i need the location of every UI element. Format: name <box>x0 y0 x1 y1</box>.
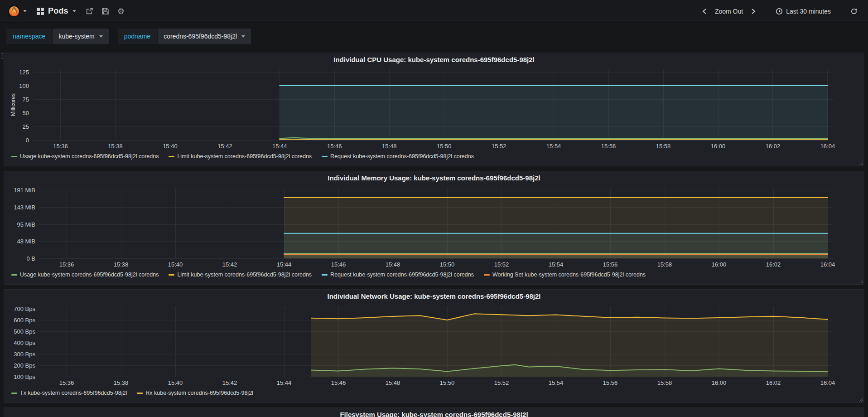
dashboard-body: Individual CPU Usage: kube-system coredn… <box>0 50 868 417</box>
legend-series-icon <box>11 156 17 157</box>
x-tick-label: 15:42 <box>222 379 237 386</box>
x-tick-label: 15:58 <box>657 261 672 268</box>
variable-namespace-label: namespace <box>6 29 52 44</box>
chevron-left-icon <box>702 8 707 15</box>
x-tick-label: 15:56 <box>603 379 618 386</box>
x-tick-label: 15:44 <box>277 261 292 268</box>
x-tick-label: 15:36 <box>59 379 74 386</box>
time-range-label: Last 30 minutes <box>786 8 831 15</box>
legend-item[interactable]: Limit kube-system coredns-695f96dcd5-98j… <box>169 153 312 160</box>
x-tick-label: 15:50 <box>440 261 455 268</box>
x-tick-label: 15:56 <box>603 261 618 268</box>
share-icon <box>86 7 93 15</box>
grafana-logo[interactable] <box>6 3 31 20</box>
legend-item[interactable]: Limit kube-system coredns-695f96dcd5-98j… <box>169 272 312 278</box>
refresh-icon <box>850 8 858 15</box>
x-tick-label: 15:44 <box>277 379 292 386</box>
legend-item[interactable]: Usage kube-system coredns-695f96dcd5-98j… <box>11 272 159 278</box>
settings-button[interactable]: ⚙ <box>113 5 129 18</box>
x-tick-label: 15:48 <box>382 143 397 150</box>
panel-title-memory[interactable]: Individual Memory Usage: kube-system cor… <box>8 172 860 184</box>
legend-item[interactable]: Request kube-system coredns-695f96dcd5-9… <box>322 153 474 160</box>
y-tick-label: 125 <box>19 69 29 76</box>
variable-namespace-value-dropdown[interactable]: kube-system <box>53 29 108 44</box>
legend-series-label: Tx kube-system coredns-695f96dcd5-98j2l <box>20 390 127 396</box>
gear-icon: ⚙ <box>117 8 125 15</box>
chevron-right-icon <box>751 8 756 15</box>
network-usage-chart[interactable]: 100 Bps200 Bps300 Bps400 Bps500 Bps600 B… <box>8 302 860 388</box>
refresh-button[interactable] <box>846 5 862 18</box>
legend-series-icon <box>322 274 328 276</box>
panel-memory-usage: Individual Memory Usage: kube-system cor… <box>4 171 864 285</box>
panel-title-filesystem[interactable]: Filesystem Usage: kube-system coredns-69… <box>8 409 860 417</box>
navbar: Pods ⚙ Zoom Out Last 3 <box>0 0 868 23</box>
save-button[interactable] <box>97 5 113 18</box>
legend-series-label: Working Set kube-system coredns-695f96dc… <box>492 272 646 278</box>
save-icon <box>101 7 109 15</box>
dashboard-title: Pods <box>48 6 68 16</box>
panel-title-cpu[interactable]: Individual CPU Usage: kube-system coredn… <box>8 54 860 66</box>
cpu-usage-chart[interactable]: 025507510012515:3615:3815:4015:4215:4415… <box>8 66 860 152</box>
y-tick-label: 100 Bps <box>14 373 35 380</box>
y-tick-label: 25 <box>23 123 29 130</box>
variable-podname: podname coredns-695f96dcd5-98j2l <box>118 29 251 44</box>
x-tick-label: 15:48 <box>386 379 400 386</box>
time-shift-back-button[interactable] <box>698 5 711 17</box>
x-tick-label: 16:04 <box>820 379 835 386</box>
chevron-down-icon <box>99 35 103 38</box>
x-tick-label: 15:46 <box>331 379 346 386</box>
x-tick-label: 15:50 <box>440 379 455 386</box>
chevron-down-icon <box>23 10 27 12</box>
x-tick-label: 15:40 <box>163 143 178 150</box>
dashboard-picker[interactable]: Pods <box>31 4 82 19</box>
share-button[interactable] <box>82 5 97 18</box>
x-tick-label: 15:38 <box>108 143 123 150</box>
panel-filesystem-usage: Filesystem Usage: kube-system coredns-69… <box>4 407 864 417</box>
series-fill <box>280 86 828 140</box>
legend-series-label: Limit kube-system coredns-695f96dcd5-98j… <box>177 272 312 278</box>
x-tick-label: 16:04 <box>820 143 835 150</box>
submenu-variables: namespace kube-system podname coredns-69… <box>0 23 868 50</box>
legend-item[interactable]: Request kube-system coredns-695f96dcd5-9… <box>322 272 474 278</box>
legend-item[interactable]: Working Set kube-system coredns-695f96dc… <box>484 272 646 278</box>
x-tick-label: 16:00 <box>712 379 727 386</box>
x-tick-label: 15:38 <box>114 261 129 268</box>
x-tick-label: 15:50 <box>437 143 452 150</box>
x-tick-label: 15:40 <box>168 261 183 268</box>
y-tick-label: 300 Bps <box>14 351 35 358</box>
y-tick-label: 0 B <box>26 255 35 262</box>
x-tick-label: 15:54 <box>549 261 564 268</box>
variable-podname-value-dropdown[interactable]: coredns-695f96dcd5-98j2l <box>158 29 251 44</box>
variable-podname-value: coredns-695f96dcd5-98j2l <box>164 33 237 40</box>
time-shift-forward-button[interactable] <box>747 5 760 17</box>
x-tick-label: 15:38 <box>114 379 129 386</box>
panel-cpu-usage: Individual CPU Usage: kube-system coredn… <box>4 53 864 166</box>
legend-item[interactable]: Usage kube-system coredns-695f96dcd5-98j… <box>11 153 159 160</box>
y-tick-label: 50 <box>23 110 29 116</box>
network-legend: Tx kube-system coredns-695f96dcd5-98j2lR… <box>8 388 860 398</box>
x-tick-label: 15:42 <box>217 143 232 150</box>
x-tick-label: 15:42 <box>222 261 237 268</box>
series-fill <box>284 254 828 258</box>
x-tick-label: 15:46 <box>327 143 342 150</box>
legend-series-icon <box>11 274 17 276</box>
panel-title-network[interactable]: Individual Network Usage: kube-system co… <box>8 291 860 302</box>
x-tick-label: 15:40 <box>168 379 183 386</box>
x-tick-label: 15:58 <box>657 379 672 386</box>
y-tick-label: 700 Bps <box>14 305 35 312</box>
x-tick-label: 15:52 <box>494 379 509 386</box>
legend-item[interactable]: Tx kube-system coredns-695f96dcd5-98j2l <box>11 390 127 396</box>
zoom-out-button[interactable]: Zoom Out <box>713 8 745 15</box>
cpu-legend: Usage kube-system coredns-695f96dcd5-98j… <box>8 152 860 161</box>
x-tick-label: 15:48 <box>386 261 400 268</box>
time-range-button[interactable]: Last 30 minutes <box>771 5 835 18</box>
chevron-down-icon <box>241 35 245 38</box>
y-tick-label: 75 <box>23 96 29 103</box>
legend-item[interactable]: Rx kube-system coredns-695f96dcd5-98j2l <box>137 390 253 396</box>
panel-network-usage: Individual Network Usage: kube-system co… <box>4 289 864 403</box>
x-tick-label: 16:00 <box>711 143 726 150</box>
legend-series-icon <box>169 156 174 157</box>
variable-namespace-value: kube-system <box>58 33 94 40</box>
timepicker-controls: Zoom Out Last 30 minutes <box>698 5 862 18</box>
memory-usage-chart[interactable]: 0 B48 MiB95 MiB143 MiB191 MiB15:3615:381… <box>8 184 860 270</box>
